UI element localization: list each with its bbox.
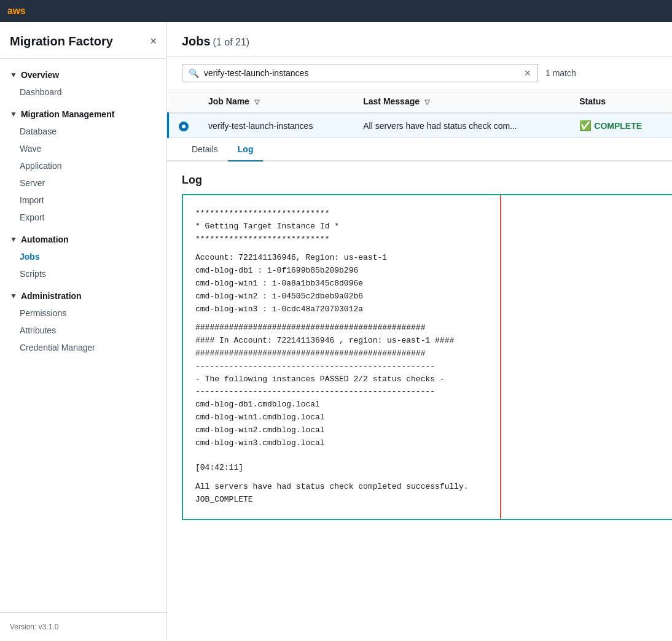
- table-header-status[interactable]: Status: [569, 90, 672, 113]
- log-line: [195, 316, 488, 322]
- sidebar: Migration Factory × ▼ Overview Dashboard…: [0, 22, 167, 641]
- log-line: cmd-blog-db1 : i-0f1699b85b209b296: [195, 265, 488, 278]
- table-row[interactable]: verify-test-launch-instances All servers…: [168, 113, 673, 138]
- log-line: cmd-blog-win2 : i-04505c2dbeb9a02b6: [195, 290, 488, 303]
- log-line: cmd-blog-db1.cmdblog.local: [195, 398, 488, 411]
- table-cell-job-name: verify-test-launch-instances: [198, 113, 353, 138]
- table-header-last-message[interactable]: Last Message ▽: [353, 90, 569, 113]
- jobs-table: Job Name ▽ Last Message ▽ Status: [167, 90, 672, 138]
- sidebar-item-attributes[interactable]: Attributes: [0, 322, 166, 339]
- log-line: ****************************: [195, 233, 488, 246]
- radio-selected-icon: [179, 122, 189, 131]
- jobs-header: Jobs (1 of 21): [167, 22, 672, 56]
- table-header-job-name[interactable]: Job Name ▽: [198, 90, 353, 113]
- sidebar-item-scripts[interactable]: Scripts: [0, 265, 166, 282]
- aws-logo: aws: [7, 4, 29, 18]
- sidebar-item-application[interactable]: Application: [0, 157, 166, 174]
- log-line: [195, 246, 488, 252]
- sidebar-item-credential-manager[interactable]: Credential Manager: [0, 339, 166, 356]
- log-line: cmd-blog-win1.cmdblog.local: [195, 411, 488, 424]
- nav-section-automation: ▼ Automation Jobs Scripts: [0, 231, 166, 282]
- nav-section-header-migration[interactable]: ▼ Migration Management: [0, 106, 166, 123]
- log-line: [04:42:11]: [195, 462, 488, 475]
- sort-icon-message: ▽: [424, 98, 429, 106]
- log-section: Log ***************************** Gettin…: [167, 161, 672, 641]
- search-input-wrapper: 🔍 ✕: [182, 64, 538, 82]
- log-line: Account: 722141136946, Region: us-east-1: [195, 252, 488, 265]
- chevron-down-icon-4: ▼: [10, 292, 17, 300]
- log-line: All servers have had status check comple…: [195, 481, 488, 494]
- sidebar-item-export[interactable]: Export: [0, 209, 166, 226]
- log-line: cmd-blog-win3.cmdblog.local: [195, 437, 488, 450]
- log-line: cmd-blog-win3 : i-0cdc48a720703012a: [195, 303, 488, 316]
- table-cell-radio[interactable]: [168, 113, 199, 138]
- svg-text:aws: aws: [7, 6, 26, 16]
- status-complete-icon: ✅: [579, 120, 592, 131]
- log-line: cmd-blog-win2.cmdblog.local: [195, 424, 488, 437]
- sidebar-header: Migration Factory ×: [0, 22, 166, 59]
- tab-details[interactable]: Details: [182, 138, 228, 161]
- table-header-row: Job Name ▽ Last Message ▽ Status: [168, 90, 673, 113]
- log-line: ----------------------------------------…: [195, 386, 488, 398]
- status-badge: ✅ COMPLETE: [579, 120, 662, 131]
- sidebar-nav: ▼ Overview Dashboard ▼ Migration Managem…: [0, 59, 166, 612]
- chevron-down-icon-3: ▼: [10, 235, 17, 244]
- search-bar: 🔍 ✕ 1 match: [167, 56, 672, 90]
- nav-section-overview: ▼ Overview Dashboard: [0, 66, 166, 101]
- sidebar-item-import[interactable]: Import: [0, 192, 166, 209]
- log-line: * Getting Target Instance Id *: [195, 220, 488, 233]
- top-bar: aws: [0, 0, 672, 22]
- log-line: JOB_COMPLETE: [195, 494, 488, 507]
- sidebar-item-jobs[interactable]: Jobs: [0, 248, 166, 265]
- nav-section-header-administration[interactable]: ▼ Administration: [0, 287, 166, 305]
- sidebar-title: Migration Factory: [10, 34, 113, 49]
- log-line: [195, 475, 488, 481]
- nav-section-migration: ▼ Migration Management Database Wave App…: [0, 106, 166, 226]
- content-area: Jobs (1 of 21) 🔍 ✕ 1 match Job: [167, 22, 672, 641]
- match-count: 1 match: [545, 68, 576, 78]
- sidebar-version: Version: v3.1.0: [0, 612, 166, 641]
- table-cell-status: ✅ COMPLETE: [569, 113, 672, 138]
- sidebar-item-server[interactable]: Server: [0, 174, 166, 192]
- sort-icon-name: ▽: [254, 98, 259, 106]
- log-line: cmd-blog-win1 : i-0a8a1bb345c8d096e: [195, 278, 488, 290]
- jobs-count: (1 of 21): [213, 37, 250, 47]
- tabs-bar: Details Log: [167, 138, 672, 161]
- search-input[interactable]: [204, 68, 524, 78]
- sidebar-item-permissions[interactable]: Permissions: [0, 305, 166, 322]
- chevron-down-icon: ▼: [10, 71, 17, 79]
- sidebar-item-wave[interactable]: Wave: [0, 140, 166, 157]
- tab-log[interactable]: Log: [228, 138, 264, 161]
- sidebar-item-dashboard[interactable]: Dashboard: [0, 84, 166, 101]
- log-line: [195, 449, 488, 456]
- table-header-select: [168, 90, 199, 113]
- main-layout: Migration Factory × ▼ Overview Dashboard…: [0, 22, 672, 641]
- log-title: Log: [182, 174, 657, 187]
- close-icon[interactable]: ×: [150, 35, 157, 48]
- nav-section-administration: ▼ Administration Permissions Attributes …: [0, 287, 166, 356]
- sidebar-item-database[interactable]: Database: [0, 123, 166, 140]
- jobs-title: Jobs: [182, 34, 211, 48]
- clear-search-icon[interactable]: ✕: [524, 68, 531, 78]
- nav-section-header-overview[interactable]: ▼ Overview: [0, 66, 166, 84]
- table-cell-last-message: All servers have had status check com...: [353, 113, 569, 138]
- search-icon: 🔍: [189, 68, 199, 78]
- chevron-down-icon-2: ▼: [10, 110, 17, 118]
- log-line: ----------------------------------------…: [195, 360, 488, 373]
- log-line: ########################################…: [195, 348, 488, 360]
- log-line: ****************************: [195, 208, 488, 220]
- log-line: #### In Account: 722141136946 , region: …: [195, 335, 488, 348]
- nav-section-header-automation[interactable]: ▼ Automation: [0, 231, 166, 248]
- jobs-panel: Jobs (1 of 21) 🔍 ✕ 1 match Job: [167, 22, 672, 641]
- log-box: ***************************** Getting Ta…: [182, 194, 501, 520]
- log-line: - The following instances PASSED 2/2 sta…: [195, 373, 488, 386]
- log-line: ########################################…: [195, 322, 488, 335]
- log-line: [195, 456, 488, 462]
